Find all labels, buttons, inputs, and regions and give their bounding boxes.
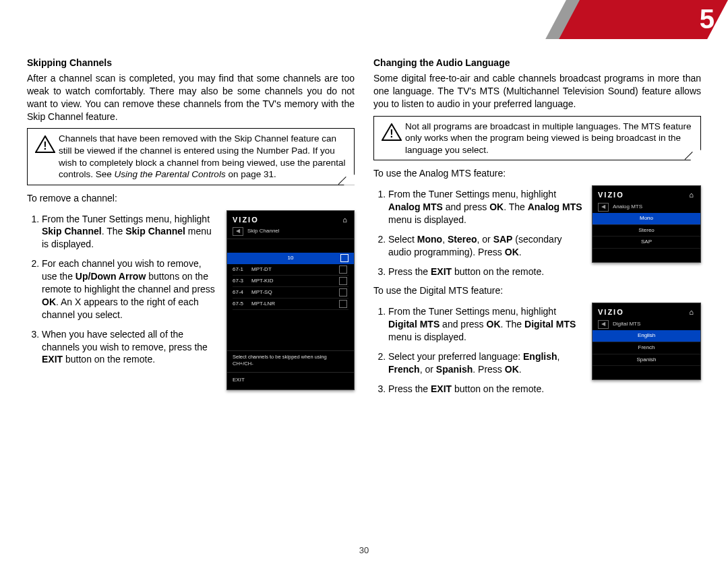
page-number: 30 — [0, 545, 728, 555]
svg-text:!: ! — [43, 140, 47, 152]
page: 5 Skipping Channels After a channel scan… — [0, 0, 728, 562]
heading-skipping: Skipping Channels — [27, 57, 355, 69]
list-item: 67-5MPT-LNR — [233, 299, 348, 310]
steps-and-shot: From the Tuner Settings menu, highlight … — [27, 210, 355, 391]
screenshot-analog-mts: VIZIO ⌂ ◀ Analog MTS Mono Stereo SAP — [592, 185, 701, 263]
callout-audio: ! Not all programs are broadcast in mult… — [373, 116, 701, 161]
step-3: Press the EXIT button on the remote. — [388, 383, 582, 396]
screenshot-digital-mts: VIZIO ⌂ ◀ Digital MTS English French Spa… — [592, 303, 701, 380]
channel-list: 67-1MPT-DT 67-3MPT-KID 67-4MPT-SQ 67-5MP… — [227, 264, 354, 310]
step-1: From the Tuner Settings menu, highlight … — [388, 188, 582, 226]
tv-title: Skip Channel — [247, 228, 280, 235]
list-item: Stereo — [593, 225, 700, 237]
back-icon: ◀ — [598, 203, 609, 212]
exit-label: EXIT — [227, 373, 354, 389]
list-item: English — [593, 330, 700, 342]
list-item: Spanish — [593, 354, 700, 367]
back-icon: ◀ — [233, 227, 243, 236]
step-2: Select Mono, Stereo, or SAP (secondary a… — [388, 233, 582, 259]
tv-logo: VIZIO — [233, 215, 259, 225]
lead-analog: To use the Analog MTS feature: — [373, 167, 701, 180]
intro-skipping: After a channel scan is completed, you m… — [27, 72, 355, 123]
col-audio: Changing the Audio Language Some digital… — [373, 57, 701, 402]
callout-skip: ! Channels that have been removed with t… — [27, 128, 355, 185]
tv-title: Digital MTS — [613, 321, 640, 328]
list-item: 67-1MPT-DT — [233, 264, 348, 276]
home-icon: ⌂ — [342, 215, 348, 225]
tv-logo: VIZIO — [598, 190, 624, 200]
lead-remove: To remove a channel: — [27, 192, 355, 205]
step-3: Press the EXIT button on the remote. — [388, 266, 582, 278]
step-1: From the Tuner Settings menu, highlight … — [388, 305, 582, 344]
content-columns: Skipping Channels After a channel scan i… — [27, 57, 701, 402]
screenshot-skip-channel: VIZIO ⌂ ◀ Skip Channel 10 — [226, 210, 355, 391]
steps-digital: From the Tuner Settings menu, highlight … — [373, 305, 582, 395]
digital-row: From the Tuner Settings menu, highlight … — [373, 303, 701, 402]
tv-title: Analog MTS — [613, 204, 642, 211]
chapter-tab: 5 — [566, 0, 728, 39]
step-1: From the Tuner Settings menu, highlight … — [42, 213, 217, 251]
intro-audio: Some digital free-to-air and cable chann… — [373, 72, 701, 111]
heading-audio: Changing the Audio Language — [373, 57, 701, 69]
step-2: For each channel you wish to remove, use… — [42, 257, 217, 321]
tv-logo: VIZIO — [598, 307, 624, 317]
list-item: French — [593, 342, 700, 354]
list-item: SAP — [593, 237, 700, 249]
col-skipping: Skipping Channels After a channel scan i… — [27, 57, 355, 402]
highlighted-item: 10 — [227, 253, 354, 264]
home-icon: ⌂ — [689, 190, 695, 200]
warning-icon: ! — [378, 121, 405, 144]
hint-text: Select channels to be skipped when using… — [227, 350, 354, 373]
list-item: 67-4MPT-SQ — [233, 287, 348, 299]
step-3: When you have selected all of the channe… — [42, 328, 217, 367]
home-icon: ⌂ — [689, 307, 695, 317]
analog-row: From the Tuner Settings menu, highlight … — [373, 185, 701, 284]
steps-analog: From the Tuner Settings menu, highlight … — [373, 188, 582, 278]
lead-digital: To use the Digital MTS feature: — [373, 284, 701, 297]
svg-text:!: ! — [390, 128, 393, 139]
list-item: Mono — [593, 213, 700, 225]
warning-icon: ! — [32, 133, 59, 156]
step-2: Select your preferred language: English,… — [388, 350, 582, 376]
list-item: 67-3MPT-KID — [233, 276, 348, 287]
steps-remove: From the Tuner Settings menu, highlight … — [27, 213, 217, 367]
back-icon: ◀ — [598, 320, 609, 329]
chapter-number: 5 — [700, 4, 715, 34]
callout-text: Not all programs are broadcast in multip… — [405, 121, 694, 156]
callout-text: Channels that have been removed with the… — [59, 133, 347, 180]
